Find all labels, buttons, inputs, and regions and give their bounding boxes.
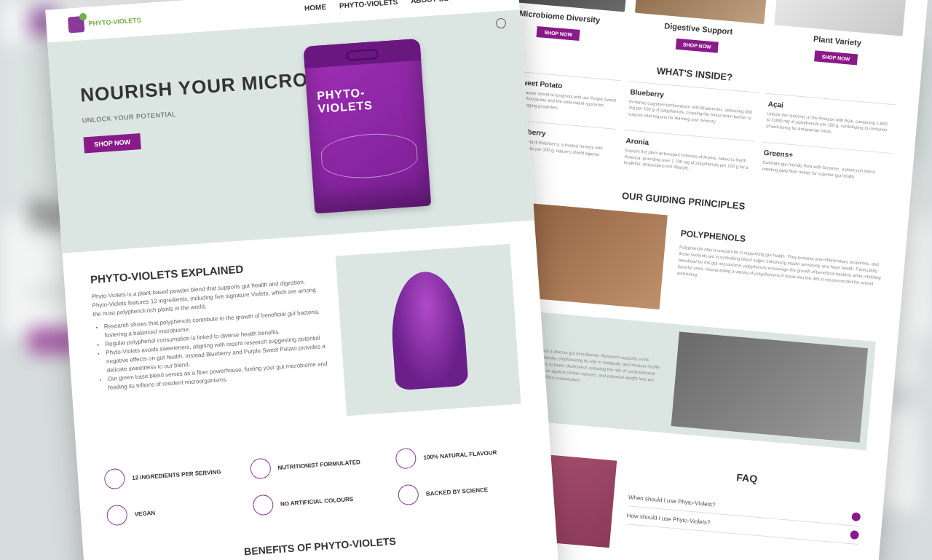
no-artificial-icon xyxy=(252,494,274,516)
splash-icon xyxy=(388,269,469,391)
ingredient-item: AçaiUnlock the nutrients of the Amazon w… xyxy=(762,93,896,146)
feature-item: 100% NATURAL FLAVOUR xyxy=(395,440,525,469)
hero-section: NOURISH YOUR MICROBIOME, UNLOCK YOUR POT… xyxy=(47,9,534,253)
explained-section: PHYTO-VIOLETS EXPLAINED Phyto-Violets is… xyxy=(63,221,549,457)
vegan-icon xyxy=(106,505,128,527)
nav-phytoviolets[interactable]: PHYTO-VIOLETS xyxy=(339,0,398,9)
feature-item: BACKED BY SCIENCE xyxy=(398,476,527,505)
benefit-card: Plant Variety SHOP NOW xyxy=(771,0,906,69)
shop-now-button[interactable]: SHOP NOW xyxy=(675,39,719,53)
shop-now-button[interactable]: SHOP NOW xyxy=(84,133,141,153)
logo-mark-icon xyxy=(68,16,84,33)
brand-logo[interactable]: PHYTO-VIOLETS xyxy=(68,12,142,33)
nav-contact[interactable]: CONTACT xyxy=(462,0,497,1)
expand-icon xyxy=(850,530,859,540)
expand-icon xyxy=(851,513,861,522)
principle-image xyxy=(671,332,868,443)
faq-text: How should I use Phyto-Violets? xyxy=(626,512,710,526)
brand-name: PHYTO-VIOLETS xyxy=(88,16,141,27)
science-icon xyxy=(398,484,419,506)
ingredient-item: BlueberryEnhance cognitive performance w… xyxy=(625,81,759,134)
shop-now-button[interactable]: SHOP NOW xyxy=(537,26,580,41)
feature-label: VEGAN xyxy=(134,509,155,517)
nav-home[interactable]: HOME xyxy=(304,3,327,12)
product-image: PHYTO-VIOLETS PHYTO-VIOLETS xyxy=(304,33,506,236)
product-pouch-front: PHYTO-VIOLETS xyxy=(304,39,432,214)
feature-label: BACKED BY SCIENCE xyxy=(426,486,489,497)
feature-item: 12 INGREDIENTS PER SERVING xyxy=(103,460,233,489)
feature-item: NO ARTIFICIAL COLOURS xyxy=(252,486,382,516)
nav-about[interactable]: ABOUT US xyxy=(411,0,449,5)
pouch-label: PHYTO-VIOLETS xyxy=(317,83,414,116)
search-icon[interactable] xyxy=(496,18,507,29)
mockup-panel-1: PHYTO-VIOLETS HOME PHYTO-VIOLETS ABOUT U… xyxy=(45,0,559,560)
natural-icon xyxy=(395,448,417,470)
shop-now-button[interactable]: SHOP NOW xyxy=(814,50,858,65)
feature-label: 100% NATURAL FLAVOUR xyxy=(423,449,497,460)
benefit-image xyxy=(774,0,906,36)
ingredient-item: Greens+Cultivate gut-friendly flora with… xyxy=(758,142,892,195)
feature-label: NO ARTIFICIAL COLOURS xyxy=(280,495,354,507)
benefit-card: Digestive Support SHOP NOW xyxy=(632,0,767,57)
ingredients-icon xyxy=(103,468,125,490)
glass-image xyxy=(336,244,521,416)
feature-item: NUTRITIONIST FORMULATED xyxy=(250,450,379,479)
feature-label: NUTRITIONIST FORMULATED xyxy=(277,459,360,471)
nutritionist-icon xyxy=(250,458,272,480)
feature-label: 12 INGREDIENTS PER SERVING xyxy=(132,468,221,481)
ingredient-item: AroniaExplore the plant antioxidant rich… xyxy=(620,130,754,183)
feature-item: VEGAN xyxy=(106,497,236,526)
faq-text: When should I use Phyto-Violets? xyxy=(628,494,716,508)
